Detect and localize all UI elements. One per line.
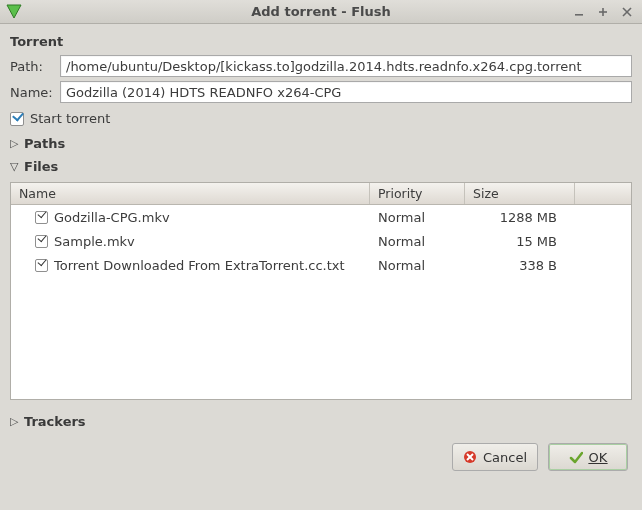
files-header: Name Priority Size: [11, 183, 631, 205]
file-name: Sample.mkv: [54, 234, 135, 249]
cancel-icon: [463, 450, 477, 464]
files-table: Name Priority Size Godzilla-CPG.mkv Norm…: [10, 182, 632, 400]
table-row[interactable]: Torrent Downloaded From ExtraTorrent.cc.…: [11, 253, 631, 277]
file-size: 1288 MB: [465, 210, 575, 225]
file-checkbox[interactable]: [35, 235, 48, 248]
table-row[interactable]: Godzilla-CPG.mkv Normal 1288 MB: [11, 205, 631, 229]
file-priority: Normal: [370, 210, 465, 225]
file-name: Godzilla-CPG.mkv: [54, 210, 170, 225]
cancel-button[interactable]: Cancel: [452, 443, 538, 471]
column-header-name[interactable]: Name: [11, 183, 370, 204]
path-input[interactable]: [60, 55, 632, 77]
name-input[interactable]: [60, 81, 632, 103]
minimize-button[interactable]: [572, 5, 586, 19]
paths-label: Paths: [24, 136, 65, 151]
column-header-priority[interactable]: Priority: [370, 183, 465, 204]
titlebar: Add torrent - Flush: [0, 0, 642, 24]
files-label: Files: [24, 159, 58, 174]
cancel-label: Cancel: [483, 450, 527, 465]
chevron-down-icon: [10, 160, 20, 173]
ok-icon: [569, 450, 583, 464]
chevron-right-icon: [10, 415, 20, 428]
path-label: Path:: [10, 59, 54, 74]
file-size: 338 B: [465, 258, 575, 273]
window-title: Add torrent - Flush: [0, 4, 642, 19]
table-row[interactable]: Sample.mkv Normal 15 MB: [11, 229, 631, 253]
button-bar: Cancel OK: [10, 443, 632, 471]
svg-marker-0: [7, 5, 21, 18]
chevron-right-icon: [10, 137, 20, 150]
start-torrent-checkbox[interactable]: [10, 112, 24, 126]
trackers-expander[interactable]: Trackers: [10, 414, 632, 429]
file-name: Torrent Downloaded From ExtraTorrent.cc.…: [54, 258, 345, 273]
start-torrent-row[interactable]: Start torrent: [10, 111, 632, 126]
file-priority: Normal: [370, 258, 465, 273]
path-row: Path:: [10, 55, 632, 77]
name-row: Name:: [10, 81, 632, 103]
file-checkbox[interactable]: [35, 259, 48, 272]
svg-rect-1: [575, 14, 583, 16]
dialog-content: Torrent Path: Name: Start torrent Paths …: [0, 24, 642, 481]
paths-expander[interactable]: Paths: [10, 136, 632, 151]
files-body[interactable]: Godzilla-CPG.mkv Normal 1288 MB Sample.m…: [11, 205, 631, 399]
ok-label: OK: [589, 450, 608, 465]
ok-button[interactable]: OK: [548, 443, 628, 471]
file-priority: Normal: [370, 234, 465, 249]
files-expander[interactable]: Files: [10, 159, 632, 174]
column-header-tail: [575, 183, 631, 204]
maximize-button[interactable]: [596, 5, 610, 19]
file-checkbox[interactable]: [35, 211, 48, 224]
name-label: Name:: [10, 85, 54, 100]
file-size: 15 MB: [465, 234, 575, 249]
column-header-size[interactable]: Size: [465, 183, 575, 204]
window-buttons: [572, 5, 642, 19]
trackers-label: Trackers: [24, 414, 86, 429]
app-icon: [6, 4, 22, 20]
torrent-heading: Torrent: [10, 34, 632, 49]
close-button[interactable]: [620, 5, 634, 19]
start-torrent-label: Start torrent: [30, 111, 110, 126]
